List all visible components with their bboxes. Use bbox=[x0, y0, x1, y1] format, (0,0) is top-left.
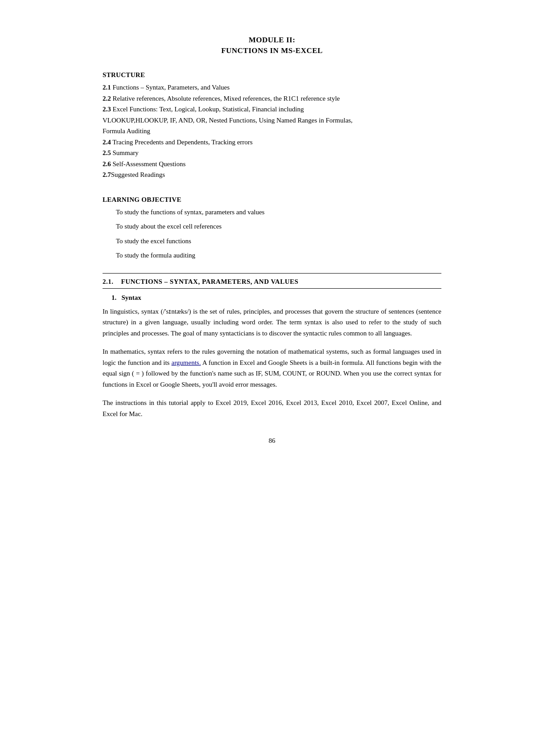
list-item: 2.7Suggested Readings bbox=[103, 170, 441, 180]
list-item: VLOOKUP,HLOOKUP, IF, AND, OR, Nested Fun… bbox=[103, 115, 441, 126]
list-item: 2.2 Relative references, Absolute refere… bbox=[103, 94, 441, 104]
item-text: Tracing Precedents and Dependents, Track… bbox=[111, 139, 253, 146]
section-2-1-header: 2.1. FUNCTIONS – SYNTAX, PARAMETERS, AND… bbox=[103, 274, 441, 288]
item-num: 2.7 bbox=[103, 171, 111, 178]
syntax-paragraph-1: In linguistics, syntax (/'sɪntæks/) is t… bbox=[103, 306, 441, 339]
bottom-divider bbox=[103, 288, 441, 289]
item-num: 2.4 bbox=[103, 139, 111, 146]
module-title-line2: FUNCTIONS IN MS-EXCEL bbox=[103, 46, 441, 55]
module-title-line1: MODULE II: bbox=[103, 36, 441, 45]
item-text: Formula Auditing bbox=[103, 127, 150, 135]
list-item: 2.4 Tracing Precedents and Dependents, T… bbox=[103, 137, 441, 147]
syntax-paragraph-3: The instructions in this tutorial apply … bbox=[103, 397, 441, 420]
item-text: Suggested Readings bbox=[111, 171, 165, 178]
list-item: 2.1 Functions – Syntax, Parameters, and … bbox=[103, 82, 441, 93]
page-number: 86 bbox=[103, 437, 441, 445]
list-item: To study the formula auditing bbox=[103, 250, 441, 261]
page-container: MODULE II: FUNCTIONS IN MS-EXCEL STRUCTU… bbox=[67, 0, 468, 756]
item-text: Functions – Syntax, Parameters, and Valu… bbox=[111, 84, 230, 91]
syntax-paragraph-2: In mathematics, syntax refers to the rul… bbox=[103, 346, 441, 390]
item-num: 2.6 bbox=[103, 160, 111, 168]
list-item: To study the functions of syntax, parame… bbox=[103, 207, 441, 217]
learning-list: To study the functions of syntax, parame… bbox=[103, 207, 441, 261]
item-num: 2.2 bbox=[103, 95, 111, 102]
subsection-syntax-title: 1. Syntax bbox=[111, 294, 441, 302]
item-text: Summary bbox=[111, 149, 139, 156]
item-text: Excel Functions: Text, Logical, Lookup, … bbox=[111, 106, 304, 113]
item-text: Relative references, Absolute references… bbox=[111, 95, 340, 102]
item-text: Self-Assessment Questions bbox=[111, 160, 186, 168]
list-item: 2.6 Self-Assessment Questions bbox=[103, 159, 441, 169]
item-num: 2.1 bbox=[103, 84, 111, 91]
item-num: 2.3 bbox=[103, 106, 111, 113]
learning-objective-label: LEARNING OBJECTIVE bbox=[103, 196, 441, 204]
item-num: 2.5 bbox=[103, 149, 111, 156]
learning-objective-section: LEARNING OBJECTIVE To study the function… bbox=[103, 196, 441, 261]
item-text: VLOOKUP,HLOOKUP, IF, AND, OR, Nested Fun… bbox=[103, 117, 353, 124]
structure-label: STRUCTURE bbox=[103, 71, 441, 79]
list-item: 2.5 Summary bbox=[103, 148, 441, 158]
list-item: Formula Auditing bbox=[103, 126, 441, 136]
list-item: To study the excel functions bbox=[103, 236, 441, 246]
list-item: 2.3 Excel Functions: Text, Logical, Look… bbox=[103, 104, 441, 114]
structure-list: 2.1 Functions – Syntax, Parameters, and … bbox=[103, 82, 441, 180]
structure-section: STRUCTURE 2.1 Functions – Syntax, Parame… bbox=[103, 71, 441, 180]
list-item: To study about the excel cell references bbox=[103, 221, 441, 232]
arguments-link[interactable]: arguments. bbox=[171, 359, 201, 366]
